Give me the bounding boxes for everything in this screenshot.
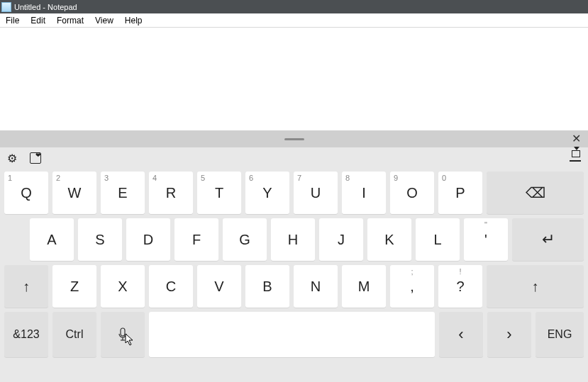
key-k[interactable]: K bbox=[367, 218, 411, 261]
key-arrow-left[interactable]: ‹ bbox=[439, 312, 483, 357]
key-w[interactable]: 2W bbox=[52, 172, 96, 214]
shift-icon: ↑ bbox=[532, 279, 539, 295]
key-c[interactable]: C bbox=[149, 265, 193, 308]
enter-icon: ↵ bbox=[542, 230, 555, 249]
microphone-icon bbox=[118, 327, 128, 342]
key-b[interactable]: B bbox=[245, 265, 289, 308]
key-row-2: A S D F G H J K L "' ↵ bbox=[4, 218, 584, 261]
key-n[interactable]: N bbox=[294, 265, 338, 308]
key-v[interactable]: V bbox=[197, 265, 241, 308]
dock-keyboard-icon[interactable] bbox=[570, 152, 581, 164]
key-question[interactable]: !? bbox=[438, 265, 482, 308]
menu-file[interactable]: File bbox=[0, 16, 25, 26]
notepad-icon bbox=[1, 2, 11, 12]
key-mic[interactable] bbox=[101, 312, 145, 357]
key-s[interactable]: S bbox=[78, 218, 122, 261]
osk-titlebar[interactable]: ✕ bbox=[0, 130, 588, 147]
text-editor-area[interactable] bbox=[0, 28, 588, 130]
menu-bar: File Edit Format View Help bbox=[0, 13, 588, 28]
key-a[interactable]: A bbox=[30, 218, 74, 261]
osk-drag-handle[interactable] bbox=[284, 138, 304, 140]
key-comma[interactable]: ;, bbox=[390, 265, 434, 308]
shift-icon: ↑ bbox=[23, 279, 30, 295]
key-x[interactable]: X bbox=[101, 265, 145, 308]
key-j[interactable]: J bbox=[319, 218, 363, 261]
key-numsym[interactable]: &123 bbox=[4, 312, 48, 357]
key-language[interactable]: ENG bbox=[536, 312, 584, 357]
chevron-left-icon: ‹ bbox=[458, 325, 463, 344]
key-ctrl[interactable]: Ctrl bbox=[52, 312, 96, 357]
key-q[interactable]: 1Q bbox=[4, 172, 48, 214]
key-f[interactable]: F bbox=[174, 218, 218, 261]
chevron-right-icon: › bbox=[506, 325, 511, 344]
osk-keys: 1Q 2W 3E 4R 5T 6Y 7U 8I 9O 0P ⌫ A S D F … bbox=[0, 169, 588, 366]
key-u[interactable]: 7U bbox=[294, 172, 338, 214]
key-z[interactable]: Z bbox=[52, 265, 96, 308]
key-shift-right[interactable]: ↑ bbox=[487, 265, 584, 308]
backspace-icon: ⌫ bbox=[526, 184, 545, 201]
key-enter[interactable]: ↵ bbox=[512, 218, 584, 261]
on-screen-keyboard: ✕ ⚙ 1Q 2W 3E 4R 5T 6Y 7U 8I 9O 0P ⌫ A S … bbox=[0, 130, 588, 382]
key-i[interactable]: 8I bbox=[342, 172, 386, 214]
key-o[interactable]: 9O bbox=[390, 172, 434, 214]
key-backspace[interactable]: ⌫ bbox=[487, 172, 584, 214]
key-l[interactable]: L bbox=[416, 218, 460, 261]
settings-icon[interactable]: ⚙ bbox=[7, 152, 17, 165]
key-shift-left[interactable]: ↑ bbox=[4, 265, 48, 308]
key-h[interactable]: H bbox=[271, 218, 315, 261]
key-r[interactable]: 4R bbox=[149, 172, 193, 214]
osk-close-icon[interactable]: ✕ bbox=[572, 132, 581, 145]
osk-toolbar: ⚙ bbox=[0, 147, 588, 169]
key-row-3: ↑ Z X C V B N M ;, !? ↑ bbox=[4, 265, 584, 308]
menu-view[interactable]: View bbox=[89, 16, 119, 26]
key-space[interactable] bbox=[149, 312, 435, 357]
key-apostrophe[interactable]: "' bbox=[464, 218, 508, 261]
key-row-4: &123 Ctrl ‹ › ENG bbox=[4, 312, 584, 357]
menu-format[interactable]: Format bbox=[51, 16, 89, 26]
key-y[interactable]: 6Y bbox=[245, 172, 289, 214]
key-p[interactable]: 0P bbox=[438, 172, 482, 214]
title-bar: Untitled - Notepad bbox=[0, 0, 588, 13]
key-row-1: 1Q 2W 3E 4R 5T 6Y 7U 8I 9O 0P ⌫ bbox=[4, 172, 584, 214]
window-title: Untitled - Notepad bbox=[14, 3, 77, 11]
clipboard-favorite-icon[interactable] bbox=[30, 152, 41, 164]
svg-rect-0 bbox=[121, 328, 125, 336]
key-g[interactable]: G bbox=[223, 218, 267, 261]
key-arrow-right[interactable]: › bbox=[487, 312, 531, 357]
key-m[interactable]: M bbox=[342, 265, 386, 308]
key-d[interactable]: D bbox=[126, 218, 170, 261]
key-t[interactable]: 5T bbox=[197, 172, 241, 214]
key-e[interactable]: 3E bbox=[101, 172, 145, 214]
menu-edit[interactable]: Edit bbox=[25, 16, 51, 26]
menu-help[interactable]: Help bbox=[119, 16, 148, 26]
